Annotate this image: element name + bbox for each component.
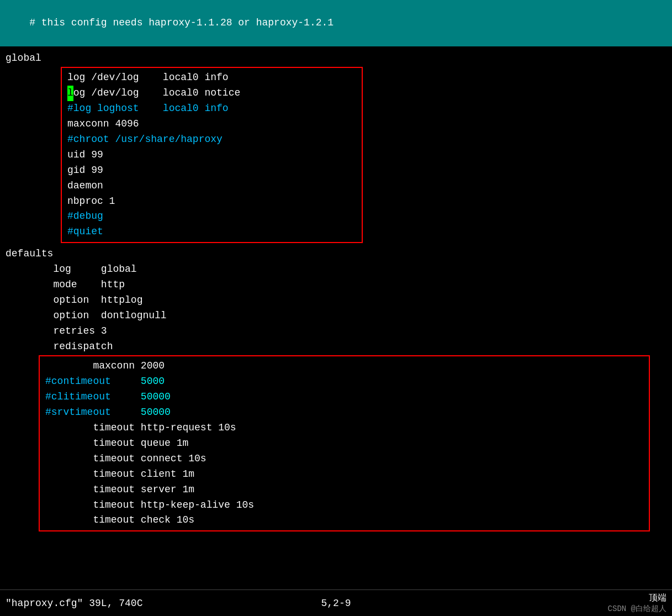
defaults-mode-line: mode http <box>6 277 666 293</box>
cursor: l <box>67 86 73 101</box>
gid-line: gid 99 <box>67 163 356 178</box>
timeout-connect-line: timeout connect 10s <box>45 451 643 467</box>
uid-line: uid 99 <box>67 148 356 163</box>
csdn-watermark: CSDN @白给超人 <box>608 604 666 614</box>
clitimeout-line: #clitimeout 50000 <box>45 389 643 405</box>
defaults-retries-line: retries 3 <box>6 324 666 339</box>
timeout-check-line: timeout check 10s <box>45 513 643 528</box>
main-content: global log /dev/log local0 info log /dev… <box>0 46 672 540</box>
maxconn-line: maxconn 4096 <box>67 117 356 132</box>
timeout-http-keep-alive-line: timeout http-keep-alive 10s <box>45 498 643 513</box>
global-box: log /dev/log local0 info log /dev/log lo… <box>61 67 363 243</box>
defaults-label: defaults <box>6 246 666 262</box>
header-bar: # this config needs haproxy-1.1.28 or ha… <box>0 0 672 46</box>
defaults-maxconn-line: maxconn 2000 <box>45 359 643 374</box>
defaults-redispatch-line: redispatch <box>6 339 666 355</box>
status-bar: "haproxy.cfg" 39L, 740C 5,2-9 顶端 CSDN @白… <box>0 589 672 616</box>
timeout-queue-line: timeout queue 1m <box>45 436 643 451</box>
status-position: 5,2-9 <box>321 598 351 609</box>
nbproc-line: nbproc 1 <box>67 194 356 209</box>
srvtimeout-line: #srvtimeout 50000 <box>45 405 643 420</box>
debug-line: #debug <box>67 209 356 224</box>
log-comment-line: #log loghost local0 info <box>67 101 356 117</box>
defaults-box: maxconn 2000 #contimeout 5000 #clitimeou… <box>39 355 650 531</box>
header-title: # this config needs haproxy-1.1.28 or ha… <box>29 17 334 28</box>
status-right-group: 顶端 CSDN @白给超人 <box>608 592 666 614</box>
global-label: global <box>6 51 666 66</box>
status-top-label: 顶端 <box>649 592 666 604</box>
editor-container: # this config needs haproxy-1.1.28 or ha… <box>0 0 672 616</box>
chroot-line: #chroot /usr/share/haproxy <box>67 132 356 148</box>
timeout-server-line: timeout server 1m <box>45 482 643 498</box>
status-filename: "haproxy.cfg" 39L, 740C <box>6 598 142 609</box>
defaults-option-httplog: option httplog <box>6 293 666 308</box>
defaults-option-dontlognull: option dontlognull <box>6 308 666 324</box>
log-line-2: log /dev/log local0 notice <box>67 86 356 101</box>
quiet-line: #quiet <box>67 224 356 240</box>
defaults-log-line: log global <box>6 262 666 277</box>
daemon-line: daemon <box>67 178 356 194</box>
log-line-1: log /dev/log local0 info <box>67 70 356 86</box>
timeout-client-line: timeout client 1m <box>45 467 643 482</box>
timeout-http-request-line: timeout http-request 10s <box>45 420 643 436</box>
contimeout-line: #contimeout 5000 <box>45 374 643 389</box>
